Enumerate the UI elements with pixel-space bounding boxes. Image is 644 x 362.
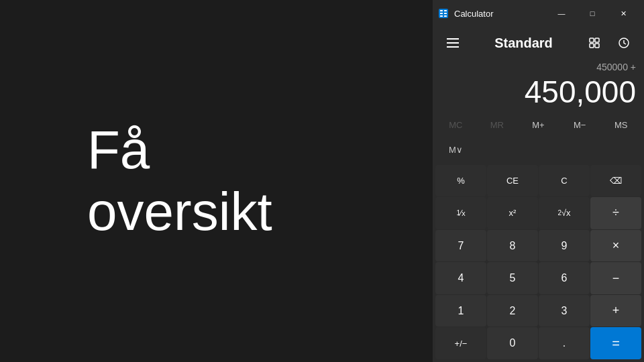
multiply-button[interactable]: × (590, 230, 641, 262)
left-panel: Få oversikt (0, 0, 433, 362)
two-button[interactable]: 2 (487, 295, 538, 327)
four-button[interactable]: 4 (435, 262, 486, 294)
header-right (582, 31, 636, 55)
title-bar-left: Calculator (438, 8, 546, 19)
three-button[interactable]: 3 (539, 295, 590, 327)
hamburger-icon (444, 36, 462, 50)
clear-button[interactable]: C (539, 165, 590, 197)
svg-rect-3 (440, 13, 443, 14)
memory-store-button[interactable]: MS (600, 113, 641, 137)
svg-rect-9 (590, 44, 594, 48)
zero-button[interactable]: 0 (487, 327, 538, 359)
ce-button[interactable]: CE (487, 165, 538, 197)
svg-rect-10 (595, 44, 599, 48)
eight-button[interactable]: 8 (487, 230, 538, 262)
negate-button[interactable]: +/− (435, 327, 486, 359)
maximize-button[interactable]: □ (577, 3, 608, 24)
header-bar: Standard (433, 27, 644, 59)
equals-button[interactable]: = (590, 327, 641, 359)
calculator-app-icon (438, 8, 449, 19)
six-button[interactable]: 6 (539, 262, 590, 294)
memory-add-button[interactable]: M+ (518, 113, 559, 137)
title-bar: Calculator — □ ✕ (433, 0, 644, 27)
left-text: Få oversikt (87, 119, 272, 243)
memory-clear-button[interactable]: MC (435, 113, 476, 137)
memory-row: MC MR M+ M− MS M∨ (433, 112, 644, 164)
button-grid: % CE C ⌫ 1⁄x x² 2√x ÷ 7 8 9 × 4 5 6 − 1 … (433, 164, 644, 362)
history-button[interactable] (612, 31, 636, 55)
sqrt-button[interactable]: 2√x (539, 197, 590, 229)
add-button[interactable]: + (590, 295, 641, 327)
svg-rect-7 (590, 38, 594, 42)
left-line2: oversikt (87, 181, 272, 243)
title-bar-controls: — □ ✕ (546, 3, 639, 24)
seven-button[interactable]: 7 (435, 230, 486, 262)
svg-rect-4 (444, 13, 447, 14)
display-area: 450000 + 450,000 (433, 59, 644, 112)
svg-rect-6 (444, 15, 447, 17)
svg-rect-5 (440, 15, 443, 17)
calculator-window: Calculator — □ ✕ Standard (433, 0, 644, 362)
expression-display: 450000 + (441, 62, 636, 75)
memory-subtract-button[interactable]: M− (559, 113, 600, 137)
reciprocal-button[interactable]: 1⁄x (435, 197, 486, 229)
main-display: 450,000 (441, 75, 636, 109)
memory-recall-button[interactable]: MR (477, 113, 518, 137)
left-line1: Få (87, 119, 272, 181)
decimal-button[interactable]: . (539, 327, 590, 359)
percent-button[interactable]: % (435, 165, 486, 197)
square-button[interactable]: x² (487, 197, 538, 229)
one-button[interactable]: 1 (435, 295, 486, 327)
subtract-button[interactable]: − (590, 262, 641, 294)
compact-view-button[interactable] (582, 31, 606, 55)
app-title: Calculator (454, 9, 494, 19)
close-button[interactable]: ✕ (608, 3, 639, 24)
nine-button[interactable]: 9 (539, 230, 590, 262)
five-button[interactable]: 5 (487, 262, 538, 294)
svg-rect-2 (444, 10, 447, 11)
hamburger-menu-button[interactable] (441, 31, 465, 55)
memory-dropdown-button[interactable]: M∨ (435, 138, 476, 162)
header-title: Standard (494, 36, 553, 51)
svg-rect-1 (440, 10, 443, 11)
backspace-button[interactable]: ⌫ (590, 165, 641, 197)
svg-rect-8 (595, 38, 599, 42)
divide-button[interactable]: ÷ (590, 197, 641, 229)
minimize-button[interactable]: — (546, 3, 577, 24)
